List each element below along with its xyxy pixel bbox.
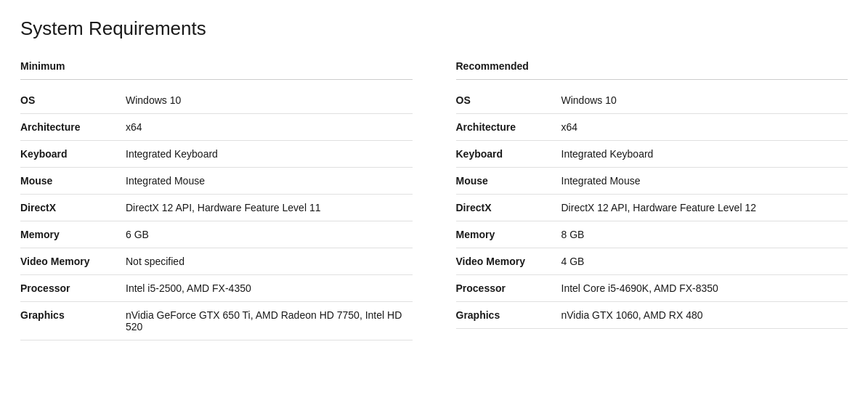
spec-label-videomem-min: Video Memory xyxy=(20,256,126,267)
table-row: Processor Intel i5-2500, AMD FX-4350 xyxy=(20,275,413,302)
spec-value-arch-rec: x64 xyxy=(561,121,848,133)
spec-label-keyboard-min: Keyboard xyxy=(20,148,126,160)
spec-value-memory-min: 6 GB xyxy=(126,229,413,240)
spec-value-processor-rec: Intel Core i5-4690K, AMD FX-8350 xyxy=(561,282,848,294)
spec-value-videomem-min: Not specified xyxy=(126,256,413,267)
table-row: Graphics nVidia GTX 1060, AMD RX 480 xyxy=(456,302,848,329)
spec-value-videomem-rec: 4 GB xyxy=(561,256,848,267)
spec-value-os-min: Windows 10 xyxy=(126,94,413,106)
table-row: Memory 8 GB xyxy=(456,221,848,248)
spec-label-memory-min: Memory xyxy=(20,229,126,240)
table-row: DirectX DirectX 12 API, Hardware Feature… xyxy=(20,195,413,221)
table-row: Video Memory 4 GB xyxy=(456,248,848,275)
spec-value-os-rec: Windows 10 xyxy=(561,94,848,106)
spec-label-processor-min: Processor xyxy=(20,282,126,294)
table-row: Architecture x64 xyxy=(456,114,848,141)
table-row: OS Windows 10 xyxy=(456,87,848,114)
spec-label-videomem-rec: Video Memory xyxy=(456,256,561,267)
spec-value-keyboard-rec: Integrated Keyboard xyxy=(561,148,848,160)
spec-label-directx-min: DirectX xyxy=(20,202,126,213)
table-row: Memory 6 GB xyxy=(20,221,413,248)
spec-value-graphics-rec: nVidia GTX 1060, AMD RX 480 xyxy=(561,309,848,321)
table-row: OS Windows 10 xyxy=(20,87,413,114)
requirements-columns: Minimum OS Windows 10 Architecture x64 K… xyxy=(20,60,848,340)
spec-value-graphics-min: nVidia GeForce GTX 650 Ti, AMD Radeon HD… xyxy=(126,309,413,333)
spec-label-memory-rec: Memory xyxy=(456,229,561,240)
spec-label-arch-min: Architecture xyxy=(20,121,126,133)
spec-value-memory-rec: 8 GB xyxy=(561,229,848,240)
recommended-heading: Recommended xyxy=(456,60,848,80)
spec-label-keyboard-rec: Keyboard xyxy=(456,148,561,160)
spec-label-os-rec: OS xyxy=(456,94,561,106)
table-row: Processor Intel Core i5-4690K, AMD FX-83… xyxy=(456,275,848,302)
spec-label-mouse-rec: Mouse xyxy=(456,175,561,187)
spec-label-processor-rec: Processor xyxy=(456,282,561,294)
page-title: System Requirements xyxy=(20,17,848,40)
recommended-column: Recommended OS Windows 10 Architecture x… xyxy=(442,60,848,340)
spec-value-processor-min: Intel i5-2500, AMD FX-4350 xyxy=(126,282,413,294)
minimum-column: Minimum OS Windows 10 Architecture x64 K… xyxy=(20,60,442,340)
spec-value-arch-min: x64 xyxy=(126,121,413,133)
minimum-heading: Minimum xyxy=(20,60,413,80)
spec-label-os-min: OS xyxy=(20,94,126,106)
table-row: Keyboard Integrated Keyboard xyxy=(20,141,413,168)
spec-label-mouse-min: Mouse xyxy=(20,175,126,187)
spec-label-graphics-rec: Graphics xyxy=(456,309,561,321)
table-row: Mouse Integrated Mouse xyxy=(456,168,848,195)
spec-value-mouse-rec: Integrated Mouse xyxy=(561,175,848,187)
table-row: Architecture x64 xyxy=(20,114,413,141)
table-row: Keyboard Integrated Keyboard xyxy=(456,141,848,168)
spec-value-keyboard-min: Integrated Keyboard xyxy=(126,148,413,160)
spec-label-graphics-min: Graphics xyxy=(20,309,126,321)
table-row: Graphics nVidia GeForce GTX 650 Ti, AMD … xyxy=(20,302,413,340)
table-row: Mouse Integrated Mouse xyxy=(20,168,413,195)
spec-label-arch-rec: Architecture xyxy=(456,121,561,133)
table-row: Video Memory Not specified xyxy=(20,248,413,275)
table-row: DirectX DirectX 12 API, Hardware Feature… xyxy=(456,195,848,221)
spec-label-directx-rec: DirectX xyxy=(456,202,561,213)
spec-value-directx-rec: DirectX 12 API, Hardware Feature Level 1… xyxy=(561,202,848,213)
spec-value-directx-min: DirectX 12 API, Hardware Feature Level 1… xyxy=(126,202,413,213)
spec-value-mouse-min: Integrated Mouse xyxy=(126,175,413,187)
